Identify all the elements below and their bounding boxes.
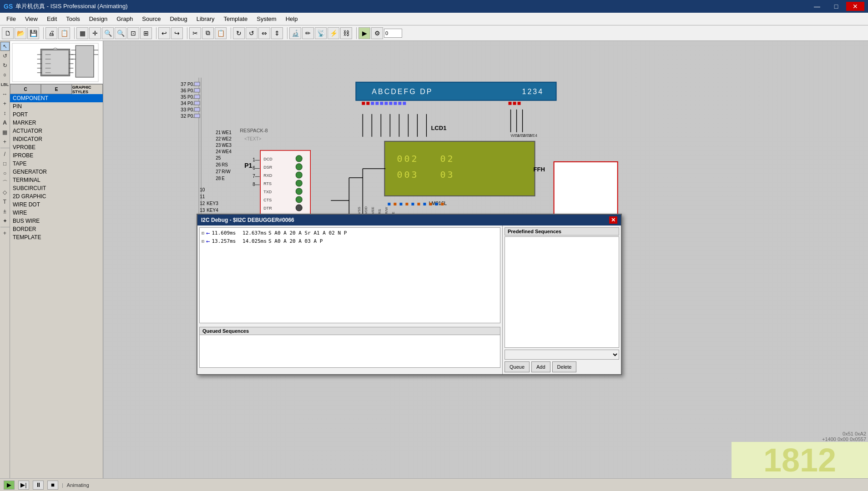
close-button[interactable]: ✕ xyxy=(846,2,864,11)
draw-poly[interactable]: ◇ xyxy=(0,188,10,197)
menu-system[interactable]: System xyxy=(252,14,281,24)
comp-item-indicator[interactable]: INDICATOR xyxy=(10,135,103,143)
comp-item-subcircuit[interactable]: SUBCIRCUIT xyxy=(10,184,103,192)
grid-tool[interactable]: ▦ xyxy=(0,128,10,137)
maximize-button[interactable]: □ xyxy=(827,2,845,11)
probe-button[interactable]: 🔬 xyxy=(289,27,301,39)
tab-graphic-styles[interactable]: GRAPHIC STYLES xyxy=(72,84,103,94)
comp-item-actuator[interactable]: ACTUATOR xyxy=(10,127,103,135)
zoom-out-button[interactable]: 🔍 xyxy=(115,27,126,39)
comp-item-port[interactable]: PORT xyxy=(10,110,103,119)
save-button[interactable]: 💾 xyxy=(27,27,39,39)
open-button[interactable]: 📂 xyxy=(15,27,26,39)
svg-rect-98 xyxy=(384,141,535,196)
stop-button[interactable]: ■ xyxy=(47,481,58,490)
menu-view[interactable]: View xyxy=(20,14,42,24)
pan-tool[interactable]: ↔ xyxy=(0,90,10,99)
new-button[interactable]: 🗋 xyxy=(2,27,14,39)
menu-source[interactable]: Source xyxy=(137,14,165,24)
toolbar-input[interactable] xyxy=(384,29,402,38)
add-bottom[interactable]: + xyxy=(0,229,10,238)
menu-help[interactable]: Help xyxy=(281,14,303,24)
i2c-close-button[interactable]: ✕ xyxy=(609,216,617,224)
comp-item-border[interactable]: BORDER xyxy=(10,225,103,233)
paste-button[interactable]: 📋 xyxy=(215,27,227,39)
menu-tools[interactable]: Tools xyxy=(61,14,84,24)
svg-text:1234: 1234 xyxy=(522,88,544,95)
expand-icon-2[interactable]: ⊞ xyxy=(202,239,204,244)
draw-rect[interactable]: □ xyxy=(0,159,10,168)
tab-e[interactable]: E xyxy=(41,84,72,94)
menu-file[interactable]: File xyxy=(2,14,20,24)
redo-tool[interactable]: ↻ xyxy=(0,61,10,70)
comp-item-2d-graphic[interactable]: 2D GRAPHIC xyxy=(10,192,103,200)
menu-template[interactable]: Template xyxy=(219,14,252,24)
draw-circle[interactable]: ○ xyxy=(0,169,10,178)
debug-button[interactable]: ⚙ xyxy=(371,27,383,39)
comp-item-generator[interactable]: GENERATOR xyxy=(10,168,103,176)
expand-icon-1[interactable]: ⊞ xyxy=(202,230,204,235)
cut-button[interactable]: ✂ xyxy=(189,27,201,39)
comp-item-template[interactable]: TEMPLATE xyxy=(10,233,103,241)
label-tool[interactable]: LBL xyxy=(0,80,10,89)
zoom-fit-button[interactable]: ⊡ xyxy=(127,27,139,39)
menu-design[interactable]: Design xyxy=(85,14,112,24)
copy-button[interactable]: ⧉ xyxy=(202,27,214,39)
symbol-tool[interactable]: ± xyxy=(0,207,10,216)
junction-button[interactable]: ⚡ xyxy=(328,27,339,39)
undo-button[interactable]: ↩ xyxy=(158,27,170,39)
svg-text:23: 23 xyxy=(216,143,221,148)
menu-edit[interactable]: Edit xyxy=(42,14,61,24)
play-button[interactable]: ▶ xyxy=(4,481,15,490)
net-button[interactable]: ⛓ xyxy=(340,27,352,39)
grid-button[interactable]: ▦ xyxy=(76,27,88,39)
step-button[interactable]: ▶| xyxy=(18,481,29,490)
cross-tool[interactable]: + xyxy=(0,137,10,146)
comp-item-iprobe[interactable]: IPROBE xyxy=(10,151,103,160)
svg-text:28: 28 xyxy=(216,176,221,181)
run-button[interactable]: ▶ xyxy=(358,27,370,39)
menu-library[interactable]: Library xyxy=(192,14,219,24)
comp-item-wire-dot[interactable]: WIRE DOT xyxy=(10,200,103,209)
tab-c[interactable]: C xyxy=(10,84,41,94)
comp-item-tape[interactable]: TAPE xyxy=(10,160,103,168)
move-tool[interactable]: ↕ xyxy=(0,109,10,118)
print2-button[interactable]: 📋 xyxy=(58,27,70,39)
add-button[interactable]: Add xyxy=(531,361,550,372)
rotate-cw-button[interactable]: ↻ xyxy=(233,27,245,39)
comp-item-marker[interactable]: MARKER xyxy=(10,119,103,127)
queue-button[interactable]: Queue xyxy=(505,361,530,372)
marker-tool[interactable]: ✦ xyxy=(0,216,10,225)
print-button[interactable]: 🖨 xyxy=(45,27,57,39)
canvas-area[interactable]: 37 P0.2 36 P0.3 35 P0.4 34 P0.5 33 P0.6 … xyxy=(103,41,868,478)
undo-tool[interactable]: ↺ xyxy=(0,51,10,60)
delete-button[interactable]: Delete xyxy=(552,361,577,372)
bus-button[interactable]: 📡 xyxy=(315,27,327,39)
origin-button[interactable]: ✛ xyxy=(89,27,101,39)
draw-arc[interactable]: ⌒ xyxy=(0,178,10,187)
text-tool[interactable]: A xyxy=(0,118,10,127)
menu-debug[interactable]: Debug xyxy=(165,14,192,24)
i2c-sequence-select[interactable] xyxy=(505,350,619,360)
comp-item-terminal[interactable]: TERMINAL xyxy=(10,176,103,184)
minimize-button[interactable]: — xyxy=(808,2,826,11)
redo-button[interactable]: ↪ xyxy=(171,27,183,39)
offset-text: +1400 0x00 0x0557 xyxy=(822,436,866,442)
comp-item-pin[interactable]: PIN xyxy=(10,102,103,110)
pause-button[interactable]: ⏸ xyxy=(33,481,44,490)
rotate-ccw-button[interactable]: ↺ xyxy=(246,27,257,39)
add-tool[interactable]: + xyxy=(0,99,10,108)
zoom-area-button[interactable]: ⊞ xyxy=(140,27,152,39)
comp-item-component[interactable]: COMPONENT xyxy=(10,94,103,102)
comp-item-bus-wire[interactable]: BUS WIRE xyxy=(10,217,103,225)
comp-item-wire[interactable]: WIRE xyxy=(10,209,103,217)
draw-line[interactable]: / xyxy=(0,150,10,159)
wire-button[interactable]: ✏ xyxy=(302,27,314,39)
select-tool[interactable]: ↖ xyxy=(0,42,10,51)
zoom-in-button[interactable]: 🔍 xyxy=(102,27,114,39)
draw-text2[interactable]: T xyxy=(0,197,10,206)
mirror-y-button[interactable]: ⇕ xyxy=(271,27,283,39)
comp-item-vprobe[interactable]: VPROBE xyxy=(10,143,103,151)
menu-graph[interactable]: Graph xyxy=(112,14,137,24)
mirror-x-button[interactable]: ⇔ xyxy=(258,27,270,39)
